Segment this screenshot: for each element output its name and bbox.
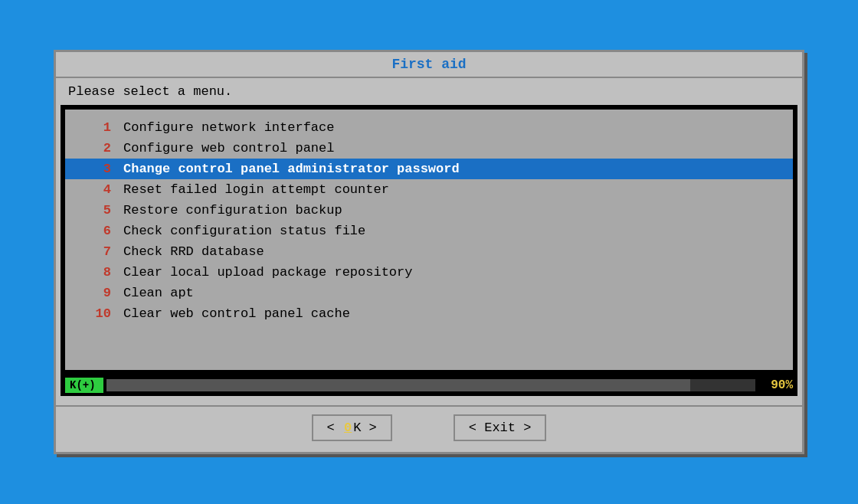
menu-item-label: Configure network interface [123,120,778,135]
exit-button[interactable]: < Exit > [454,414,547,441]
menu-item-num: 1 [80,120,111,135]
menu-item-1[interactable]: 1Configure network interface [65,117,793,138]
ok-key: 0 [344,421,352,435]
menu-item-label: Configure web control panel [123,141,778,155]
progress-indicator-text: K(+) [70,379,96,391]
menu-item-num: 5 [80,203,111,218]
menu-item-num: 4 [80,182,111,197]
ok-button[interactable]: < 0K > [312,414,392,441]
menu-item-label: Restore configuration backup [123,203,778,218]
spacer [56,396,802,405]
menu-item-num: 7 [80,244,111,259]
footer: < 0K > < Exit > [56,405,802,452]
title-bar: First aid [56,52,802,78]
menu-item-num: 6 [80,224,111,238]
progress-track [106,379,755,391]
subtitle: Please select a menu. [56,78,802,105]
window-title: First aid [391,57,466,72]
menu-item-8[interactable]: 8Clear local upload package repository [65,262,793,283]
menu-item-num: 10 [80,306,111,321]
menu-item-2[interactable]: 2Configure web control panel [65,138,793,159]
main-window: First aid Please select a menu. 1Configu… [54,50,804,454]
menu-item-10[interactable]: 10Clear web control panel cache [65,303,793,324]
menu-item-label: Clean apt [123,286,778,300]
progress-percent: 90% [758,378,793,392]
menu-item-3[interactable]: 3Change control panel administrator pass… [65,159,793,179]
menu-item-label: Check configuration status file [123,224,778,238]
content-area: 1Configure network interface2Configure w… [61,105,797,375]
progress-fill [106,379,690,391]
menu-item-4[interactable]: 4Reset failed login attempt counter [65,179,793,200]
menu-item-5[interactable]: 5Restore configuration backup [65,200,793,221]
exit-button-label: < Exit > [469,421,532,435]
menu-list: 1Configure network interface2Configure w… [65,110,793,370]
menu-item-num: 8 [80,265,111,280]
menu-item-7[interactable]: 7Check RRD database [65,241,793,262]
menu-item-label: Change control panel administrator passw… [123,162,778,176]
menu-item-label: Reset failed login attempt counter [123,182,778,197]
menu-item-num: 3 [80,162,111,176]
menu-item-num: 2 [80,141,111,155]
menu-item-6[interactable]: 6Check configuration status file [65,221,793,241]
menu-item-label: Check RRD database [123,244,778,259]
menu-item-label: Clear web control panel cache [123,306,778,321]
progress-indicator: K(+) [65,378,103,393]
menu-item-label: Clear local upload package repository [123,265,778,280]
progress-bar-row: K(+) 90% [61,375,797,396]
menu-item-9[interactable]: 9Clean apt [65,283,793,303]
menu-item-num: 9 [80,286,111,300]
